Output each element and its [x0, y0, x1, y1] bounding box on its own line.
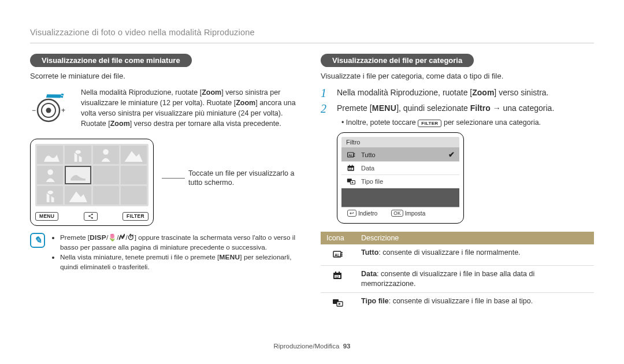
filetype-icon	[346, 177, 356, 185]
share-icon	[84, 212, 98, 221]
filter-blank-area	[341, 188, 459, 207]
svg-text:12: 12	[335, 275, 339, 278]
page-title: Visualizzazione di foto o video nella mo…	[30, 28, 594, 43]
leader-text: Toccate un file per visualizzarlo a tutt…	[188, 169, 303, 188]
filter-back[interactable]: ↩Indietro	[347, 210, 377, 217]
svg-text:ALL: ALL	[348, 154, 355, 157]
thumb	[37, 166, 63, 184]
note-item-1: Premete [DISP/🌷/🗲/⏱] oppure trascinate l…	[60, 233, 303, 252]
filter-row-all[interactable]: ALL Tutto ✔	[341, 148, 459, 162]
svg-text:12: 12	[349, 168, 352, 170]
svg-rect-18	[352, 165, 353, 166]
step-number-2: 2	[321, 103, 331, 114]
filter-row-date[interactable]: 12 Data	[341, 162, 459, 175]
table-row: 12 Data: consente di visualizzare i file…	[321, 265, 594, 292]
leader-line	[162, 178, 185, 179]
note-box: ✎ Premete [DISP/🌷/🗲/⏱] oppure trascinate…	[30, 233, 303, 272]
thumb	[121, 166, 147, 184]
filter-row-label: Data	[361, 165, 374, 172]
step-1: Nella modalità Riproduzione, ruotate [Zo…	[337, 87, 549, 99]
svg-rect-6	[61, 96, 64, 98]
filter-row-label: Tipo file	[361, 178, 383, 185]
thumb	[37, 186, 63, 205]
svg-rect-5	[61, 94, 64, 96]
svg-text:−: −	[32, 106, 36, 114]
note-item-2: Nella vista miniature, tenete premuti i …	[60, 252, 303, 272]
svg-point-8	[47, 169, 53, 175]
thumb	[93, 166, 119, 184]
svg-point-2	[46, 108, 51, 113]
th-icon: Icona	[321, 232, 355, 244]
lcd-filter-chip: FILTER	[122, 212, 148, 221]
heading-category: Visualizzazione dei file per categoria	[321, 54, 474, 67]
calendar-icon: 12	[321, 265, 355, 292]
thumbnail-grid	[37, 146, 147, 205]
thumb	[121, 186, 147, 205]
intro-left: Scorrete le miniature dei file.	[30, 72, 303, 80]
footer: Riproduzione/Modifica 93	[0, 343, 624, 350]
ok-key-icon: OK	[391, 210, 403, 217]
back-key-icon: ↩	[347, 210, 356, 217]
svg-text:+: +	[61, 106, 65, 114]
filter-panel: Filtro ALL Tutto ✔ 12 Data Tipo file	[337, 132, 464, 224]
svg-rect-28	[339, 272, 340, 273]
zoom-dial-icon: − +	[30, 87, 72, 129]
thumb	[65, 186, 91, 205]
filter-row-label: Tutto	[361, 151, 376, 158]
svg-point-7	[103, 149, 109, 155]
thumb-selected	[65, 166, 91, 184]
thumb	[65, 146, 91, 164]
zoom-instructions: Nella modalità Riproduzione, ruotate [Zo…	[81, 87, 303, 129]
note-icon: ✎	[30, 233, 45, 248]
table-row: Tipo file: consente di visualizzare i fi…	[321, 292, 594, 313]
heading-thumbnails: Visualizzazione dei file come miniature	[30, 54, 192, 67]
all-icon: ALL	[321, 244, 355, 265]
calendar-icon: 12	[346, 164, 356, 172]
step-number-1: 1	[321, 87, 331, 99]
svg-rect-27	[335, 272, 336, 273]
filter-set[interactable]: OKImposta	[391, 210, 425, 217]
sub-bullet: • Inoltre, potete toccare FILTER per sel…	[341, 118, 594, 127]
thumb	[93, 186, 119, 205]
filter-chip-inline: FILTER	[418, 120, 441, 127]
step-2: Premete [MENU], quindi selezionate Filtr…	[337, 103, 554, 114]
filetype-icon	[321, 292, 355, 313]
table-row: ALL Tutto: consente di visualizzare i fi…	[321, 244, 594, 265]
description-table: Icona Descrizione ALL Tutto: consente di…	[321, 232, 594, 314]
filter-panel-title: Filtro	[341, 137, 459, 148]
svg-text:ALL: ALL	[335, 253, 343, 257]
lcd-menu-chip: MENU	[35, 212, 58, 221]
thumb	[93, 146, 119, 164]
lcd-screen: MENU FILTER	[30, 139, 154, 226]
left-column: Visualizzazione dei file come miniature …	[30, 54, 303, 314]
check-icon: ✔	[448, 150, 455, 159]
svg-rect-17	[349, 165, 350, 166]
right-column: Visualizzazione dei file per categoria V…	[321, 54, 594, 314]
all-icon: ALL	[346, 151, 356, 159]
thumb	[37, 146, 63, 164]
th-desc: Descrizione	[355, 232, 594, 244]
intro-right: Visualizzate i file per categoria, come …	[321, 72, 594, 80]
thumb	[121, 146, 147, 164]
filter-row-type[interactable]: Tipo file	[341, 175, 459, 188]
